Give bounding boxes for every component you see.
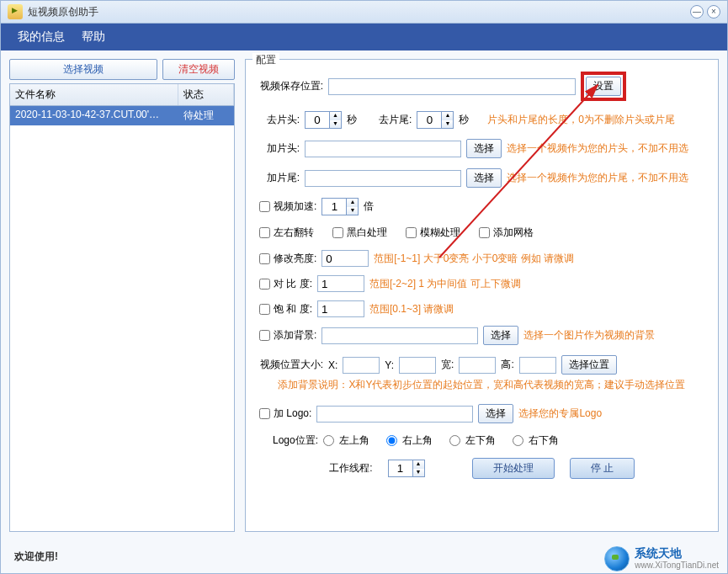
background-checkbox[interactable]: 添加背景:: [259, 328, 316, 343]
table-row[interactable]: 2020-11-03-10-42-37.CUT.00'… 待处理: [10, 106, 234, 125]
watermark: 系统天地 www.XiTongTianDi.net: [604, 546, 719, 571]
blur-checkbox[interactable]: 模糊处理: [406, 226, 460, 240]
speed-spinner[interactable]: ▲▼: [321, 198, 359, 215]
left-panel: 选择视频 清空视频 文件名称 状态 2020-11-03-10-42-37.CU…: [9, 59, 235, 532]
flip-checkbox[interactable]: 左右翻转: [259, 226, 314, 240]
trim-head-unit: 秒: [347, 113, 357, 127]
trim-tail-value[interactable]: [417, 112, 441, 128]
row-logo: 加 Logo: 选择 选择您的专属Logo: [259, 404, 704, 423]
background-input[interactable]: [321, 327, 478, 344]
contrast-checkbox[interactable]: 对 比 度:: [259, 277, 312, 291]
pos-w-label: 宽:: [441, 358, 454, 372]
pos-w-input[interactable]: [459, 357, 496, 374]
app-icon: [8, 4, 23, 19]
cell-status: 待处理: [178, 106, 234, 125]
radio-bottom-left[interactable]: 左下角: [449, 433, 496, 448]
spin-down-icon[interactable]: ▼: [330, 120, 341, 129]
logo-position-label: Logo位置:: [259, 433, 318, 448]
logo-input[interactable]: [316, 406, 473, 423]
row-position: 视频位置大小: X: Y: 宽: 高: 选择位置: [259, 355, 704, 375]
add-head-input[interactable]: [305, 141, 461, 157]
row-speed: 视频加速: ▲▼ 倍: [259, 198, 704, 215]
close-button[interactable]: ×: [707, 5, 720, 19]
trim-head-spinner[interactable]: ▲▼: [305, 111, 342, 129]
trim-tail-label: 去片尾:: [379, 113, 412, 127]
status-bar: 欢迎使用! 系统天地 www.XiTongTianDi.net: [0, 540, 728, 574]
pos-y-label: Y:: [385, 359, 394, 371]
spin-up-icon[interactable]: ▲: [442, 112, 453, 120]
logo-checkbox[interactable]: 加 Logo:: [259, 407, 311, 421]
start-button[interactable]: 开始处理: [472, 458, 555, 479]
speed-unit: 倍: [364, 199, 374, 214]
add-tail-hint: 选择一个视频作为您的片尾，不加不用选: [507, 171, 688, 185]
background-hint: 选择一个图片作为视频的背景: [523, 328, 655, 343]
add-tail-select-button[interactable]: 选择: [466, 168, 502, 188]
menu-help[interactable]: 帮助: [82, 29, 105, 45]
brightness-hint: 范围[-1~1] 大于0变亮 小于0变暗 例如 请微调: [374, 252, 574, 266]
config-panel: 配置 视频保存位置: 设置 去片头: ▲▼ 秒 去片尾:: [245, 59, 719, 532]
background-select-button[interactable]: 选择: [483, 326, 518, 345]
main-area: 选择视频 清空视频 文件名称 状态 2020-11-03-10-42-37.CU…: [0, 50, 728, 540]
row-contrast: 对 比 度: 范围[-2~2] 1 为中间值 可上下微调: [259, 275, 704, 292]
bw-checkbox[interactable]: 黑白处理: [332, 226, 387, 240]
pos-y-input[interactable]: [399, 357, 436, 374]
contrast-input[interactable]: [317, 275, 364, 292]
add-head-label: 加片头:: [259, 141, 300, 156]
add-head-select-button[interactable]: 选择: [466, 139, 502, 158]
saturation-hint: 范围[0.1~3] 请微调: [369, 302, 454, 316]
spin-down-icon[interactable]: ▼: [413, 469, 424, 477]
spin-down-icon[interactable]: ▼: [442, 120, 453, 129]
pos-x-label: X:: [328, 359, 337, 371]
window-titlebar: 短视频原创助手 — ×: [0, 0, 728, 24]
spin-down-icon[interactable]: ▼: [347, 207, 358, 215]
saturation-checkbox[interactable]: 饱 和 度:: [259, 302, 312, 316]
grid-checkbox[interactable]: 添加网格: [479, 226, 534, 240]
add-tail-label: 加片尾:: [259, 171, 300, 185]
save-location-input[interactable]: [328, 78, 576, 95]
col-status[interactable]: 状态: [178, 84, 234, 105]
threads-spinner[interactable]: ▲▼: [388, 460, 425, 477]
spin-up-icon[interactable]: ▲: [330, 112, 341, 120]
speed-checkbox[interactable]: 视频加速:: [259, 199, 316, 214]
col-filename[interactable]: 文件名称: [10, 84, 178, 105]
trim-hint: 片头和片尾的长度，0为不删除片头或片尾: [487, 113, 675, 127]
position-note: 添加背景说明：X和Y代表初步位置的起始位置，宽和高代表视频的宽高；建议手动选择位…: [259, 378, 704, 392]
speed-value[interactable]: [322, 199, 346, 215]
brightness-checkbox[interactable]: 修改亮度:: [259, 252, 316, 266]
threads-label: 工作线程:: [329, 461, 372, 476]
speed-label: 视频加速:: [274, 199, 316, 214]
spin-up-icon[interactable]: ▲: [347, 199, 358, 207]
set-location-button[interactable]: 设置: [586, 77, 621, 96]
row-save-location: 视频保存位置: 设置: [259, 72, 704, 101]
logo-select-button[interactable]: 选择: [478, 404, 513, 423]
file-table: 文件名称 状态 2020-11-03-10-42-37.CUT.00'… 待处理: [9, 83, 235, 532]
radio-top-right[interactable]: 右上角: [386, 433, 433, 448]
speed-checkbox-input[interactable]: [259, 201, 270, 212]
spin-up-icon[interactable]: ▲: [413, 460, 424, 469]
select-video-button[interactable]: 选择视频: [9, 59, 157, 80]
select-position-button[interactable]: 选择位置: [561, 355, 617, 375]
brightness-input[interactable]: [321, 250, 369, 267]
file-table-header: 文件名称 状态: [10, 84, 234, 106]
threads-value[interactable]: [389, 460, 412, 476]
row-trim: 去片头: ▲▼ 秒 去片尾: ▲▼ 秒 片头和片尾的长度，0为不删除片头或片尾: [259, 111, 704, 129]
clear-video-button[interactable]: 清空视频: [162, 59, 235, 80]
row-background: 添加背景: 选择 选择一个图片作为视频的背景: [259, 326, 704, 345]
watermark-text: 系统天地 www.XiTongTianDi.net: [635, 547, 719, 571]
trim-head-value[interactable]: [306, 112, 329, 128]
pos-h-input[interactable]: [519, 357, 556, 374]
trim-tail-spinner[interactable]: ▲▼: [417, 111, 454, 129]
radio-top-left[interactable]: 左上角: [323, 433, 369, 448]
minimize-button[interactable]: —: [690, 5, 704, 19]
radio-bottom-right[interactable]: 右下角: [513, 433, 559, 448]
add-tail-input[interactable]: [305, 170, 461, 187]
row-add-head: 加片头: 选择 选择一个视频作为您的片头，不加不用选: [259, 139, 704, 158]
saturation-input[interactable]: [317, 300, 364, 317]
left-button-row: 选择视频 清空视频: [9, 59, 235, 80]
logo-position-group: 左上角 右上角 左下角 右下角: [323, 433, 559, 448]
menu-my-info[interactable]: 我的信息: [18, 29, 65, 45]
pos-x-input[interactable]: [343, 357, 380, 374]
menu-bar: 我的信息 帮助: [0, 24, 728, 50]
stop-button[interactable]: 停 止: [570, 458, 635, 479]
row-logo-position: Logo位置: 左上角 右上角 左下角 右下角: [259, 433, 704, 448]
